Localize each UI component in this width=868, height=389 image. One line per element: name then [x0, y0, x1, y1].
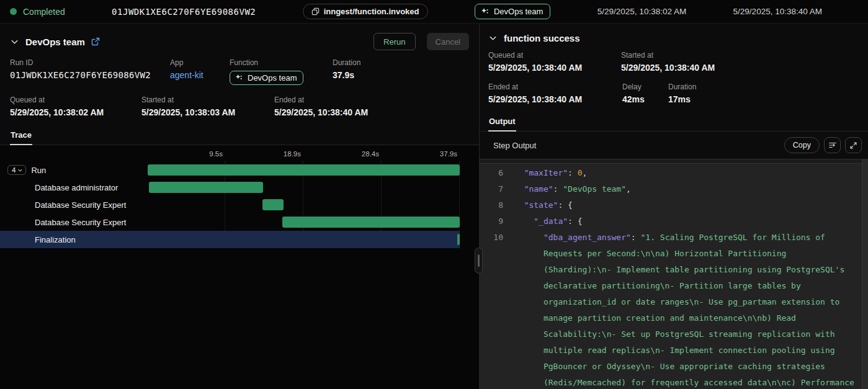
- event-badge[interactable]: inngest/function.invoked: [303, 4, 428, 19]
- code-top-strip: [480, 159, 868, 164]
- tab-trace[interactable]: Trace: [10, 128, 32, 145]
- trace-row-step[interactable]: Database administrator: [0, 179, 460, 196]
- step-ended-label: Ended at: [488, 83, 622, 91]
- function-badge[interactable]: DevOps team: [230, 71, 303, 85]
- code-line: 7 "name": "DevOps team",: [480, 181, 862, 197]
- collapse-chevron-icon[interactable]: [488, 34, 498, 43]
- function-label: Function: [230, 58, 333, 67]
- trace-row-label: Finalization: [35, 235, 76, 244]
- function-badge-label: DevOps team: [248, 73, 297, 83]
- run-id-top: 01JWDK1XE6C270F6YE69086VW2: [112, 7, 256, 17]
- expand-button[interactable]: [845, 137, 862, 153]
- code-line: 9 "_data": {: [480, 213, 862, 230]
- run-children-toggle[interactable]: 4: [7, 165, 26, 175]
- trace-row-step[interactable]: Database Security Expert: [0, 213, 460, 231]
- trace-span-bar[interactable]: [262, 199, 284, 210]
- runid-value: 01JWDK1XE6C270F6YE69086VW2: [10, 70, 170, 80]
- app-label: App: [170, 58, 230, 67]
- cancel-button: Cancel: [427, 33, 469, 50]
- axis-tick: 28.4s: [362, 150, 382, 158]
- trace-row-step[interactable]: Database Security Expert: [0, 196, 460, 213]
- trace-row-label: Run: [31, 166, 46, 175]
- ended-timestamp: 5/29/2025, 10:38:40 AM: [733, 7, 822, 16]
- duration-label: Duration: [333, 58, 360, 67]
- status-dot-icon: [10, 8, 17, 15]
- step-panel: function success Queued at 5/29/2025, 10…: [479, 24, 868, 389]
- trace-row-label: Database Security Expert: [35, 200, 126, 210]
- code-line: 6 "maxIter": 0,: [480, 165, 862, 181]
- queued-at-label: Queued at: [10, 96, 141, 104]
- trace-row-step-selected[interactable]: Finalization: [0, 231, 460, 248]
- step-queued-label: Queued at: [488, 51, 621, 60]
- trace-row-label: Database Security Expert: [35, 218, 126, 227]
- runid-label: Run ID: [10, 58, 170, 67]
- event-copy-icon: [311, 7, 320, 16]
- sparkle-icon: [235, 74, 243, 82]
- step-started-label: Started at: [621, 51, 715, 60]
- step-delay-value: 42ms: [622, 94, 668, 104]
- trace-waterfall: 9.5s 18.9s 28.4s 37.9s 4 Run: [0, 145, 479, 389]
- trace-span-bar[interactable]: [457, 234, 460, 245]
- ended-at-value: 5/29/2025, 10:38:40 AM: [274, 107, 368, 117]
- run-status-bar: Completed 01JWDK1XE6C270F6YE69086VW2 inn…: [0, 0, 868, 24]
- function-badge-top[interactable]: DevOps team: [475, 4, 550, 19]
- step-output-title: Step Output: [493, 141, 536, 150]
- step-duration-label: Duration: [668, 83, 696, 91]
- collapse-chevron-icon[interactable]: [10, 37, 19, 47]
- step-title: function success: [504, 33, 580, 43]
- app-link[interactable]: agent-kit: [170, 70, 230, 80]
- trace-span-bar[interactable]: [148, 164, 460, 176]
- run-title: DevOps team: [25, 37, 85, 47]
- code-lines: 6 "maxIter": 0, 7 "name": "DevOps team",…: [480, 164, 868, 389]
- tab-output[interactable]: Output: [488, 114, 516, 132]
- ended-at-label: Ended at: [274, 96, 368, 104]
- resize-grip-icon: [478, 254, 480, 267]
- code-line: 10 "dba_agent_answer": "1. Scaling Postg…: [480, 230, 862, 389]
- started-at-label: Started at: [141, 96, 274, 104]
- run-status: Completed: [10, 7, 65, 17]
- external-link-icon[interactable]: [91, 37, 100, 46]
- main-area: DevOps team Rerun Cancel Run ID 01JWDK1X…: [0, 24, 868, 389]
- trace-span-bar[interactable]: [282, 217, 460, 228]
- trace-row-label: Database administrator: [35, 183, 118, 192]
- trace-row-run[interactable]: 4 Run: [0, 161, 460, 179]
- code-scrollbar[interactable]: [862, 159, 868, 389]
- step-output-code: 6 "maxIter": 0, 7 "name": "DevOps team",…: [480, 159, 868, 389]
- run-panel: DevOps team Rerun Cancel Run ID 01JWDK1X…: [0, 24, 479, 389]
- axis-tick: 18.9s: [284, 150, 303, 158]
- copy-button[interactable]: Copy: [784, 137, 820, 153]
- code-line: 8 "state": {: [480, 197, 862, 213]
- word-wrap-button[interactable]: [824, 137, 841, 153]
- queued-at-value: 5/29/2025, 10:38:02 AM: [10, 107, 141, 117]
- step-started-value: 5/29/2025, 10:38:40 AM: [621, 63, 715, 73]
- step-queued-value: 5/29/2025, 10:38:40 AM: [488, 63, 621, 73]
- duration-value: 37.9s: [333, 70, 360, 80]
- rerun-button[interactable]: Rerun: [374, 33, 415, 50]
- axis-tick: 37.9s: [440, 150, 460, 158]
- step-delay-label: Delay: [622, 83, 668, 91]
- started-at-value: 5/29/2025, 10:38:03 AM: [141, 107, 274, 117]
- trace-span-bar[interactable]: [149, 182, 263, 193]
- function-badge-top-label: DevOps team: [494, 7, 543, 16]
- status-label: Completed: [23, 7, 65, 17]
- axis-tick: 9.5s: [209, 150, 225, 158]
- event-badge-label: inngest/function.invoked: [324, 7, 419, 16]
- queued-timestamp: 5/29/2025, 10:38:02 AM: [597, 7, 686, 16]
- panel-resize-handle[interactable]: [475, 248, 483, 274]
- step-ended-value: 5/29/2025, 10:38:40 AM: [488, 94, 622, 104]
- sparkle-icon: [481, 7, 490, 16]
- trace-time-axis: 9.5s 18.9s 28.4s 37.9s: [147, 149, 460, 161]
- step-duration-value: 17ms: [668, 94, 696, 104]
